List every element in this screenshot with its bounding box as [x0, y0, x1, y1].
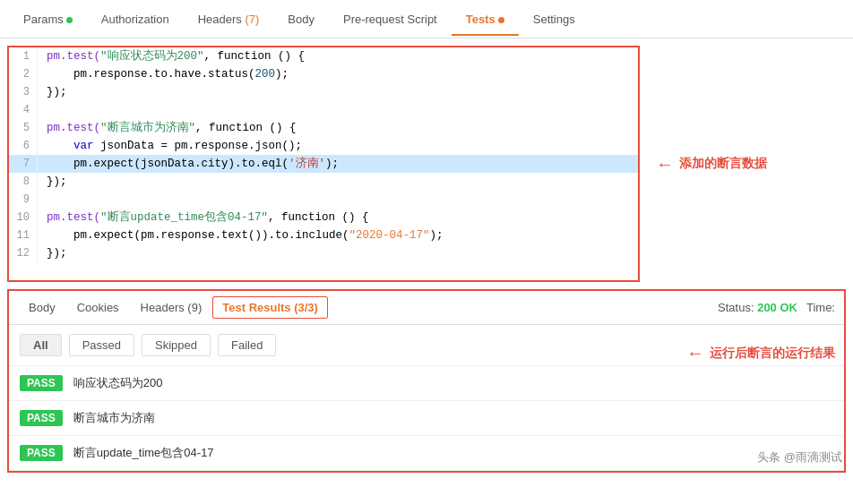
code-line-1: 1pm.test("响应状态码为200", function () { [9, 47, 638, 65]
line-content: pm.test("响应状态码为200", function () { [38, 47, 305, 65]
code-line-5: 5pm.test("断言城市为济南", function () { [9, 119, 638, 137]
resp-tab-test-results[interactable]: Test Results (3/3) [212, 296, 328, 319]
line-number: 12 [9, 244, 38, 262]
arrow-left-icon: ← [656, 154, 674, 175]
line-number: 5 [9, 119, 38, 137]
test-result-row: PASS断言update_time包含04-17 [9, 436, 844, 471]
code-line-7: 7 pm.expect(jsonData.city).to.eql('济南'); [9, 155, 638, 173]
params-dot [66, 17, 73, 23]
line-content [38, 191, 47, 209]
bottom-annotation-text: 运行后断言的运行结果 [710, 346, 835, 362]
tab-body[interactable]: Body [273, 4, 329, 35]
top-annotation: ← 添加的断言数据 [656, 154, 767, 175]
watermark: 头条 @雨滴测试 [757, 449, 842, 466]
filter-skipped[interactable]: Skipped [142, 334, 211, 356]
pass-badge: PASS [20, 410, 63, 426]
pass-badge: PASS [20, 375, 63, 391]
tab-tests[interactable]: Tests [452, 4, 519, 35]
response-area: Body Cookies Headers (9) Test Results (3… [7, 289, 846, 473]
code-line-10: 10pm.test("断言update_time包含04-17", functi… [9, 209, 638, 226]
code-line-12: 12}); [9, 244, 638, 262]
top-tab-bar: Params Authorization Headers (7) Body Pr… [0, 0, 853, 38]
code-line-11: 11 pm.expect(pm.response.text()).to.incl… [9, 226, 638, 244]
bottom-annotation: ← 运行后断言的运行结果 [686, 343, 835, 363]
line-content: pm.test("断言update_time包含04-17", function… [38, 209, 369, 226]
tab-headers[interactable]: Headers (7) [184, 4, 274, 35]
code-line-2: 2 pm.response.to.have.status(200); [9, 65, 638, 83]
filter-all[interactable]: All [20, 334, 62, 356]
bottom-arrow-icon: ← [686, 343, 704, 363]
tests-dot [498, 17, 504, 23]
pass-badge: PASS [20, 445, 63, 461]
line-content: }); [38, 83, 67, 101]
resp-tab-headers[interactable]: Headers (9) [130, 294, 213, 321]
test-result-row: PASS断言城市为济南 [9, 401, 844, 436]
main-content-area: 1pm.test("响应状态码为200", function () {2 pm.… [0, 38, 853, 289]
result-description: 断言update_time包含04-17 [73, 445, 214, 461]
tab-settings[interactable]: Settings [519, 4, 590, 35]
tab-prerequest[interactable]: Pre-request Script [329, 4, 452, 35]
tab-authorization[interactable]: Authorization [87, 4, 184, 35]
line-content: }); [38, 244, 67, 262]
line-content: pm.expect(pm.response.text()).to.include… [38, 226, 444, 244]
resp-tab-cookies[interactable]: Cookies [66, 294, 130, 321]
line-number: 3 [9, 83, 38, 101]
line-number: 8 [9, 173, 38, 191]
top-annotation-text: 添加的断言数据 [679, 156, 767, 172]
result-description: 断言城市为济南 [73, 410, 155, 426]
code-line-3: 3}); [9, 83, 638, 101]
top-annotation-area: ← 添加的断言数据 [647, 38, 853, 289]
test-results-list: PASS响应状态码为200PASS断言城市为济南PASS断言update_tim… [9, 366, 844, 471]
line-content: pm.test("断言城市为济南", function () { [38, 119, 297, 137]
code-editor[interactable]: 1pm.test("响应状态码为200", function () {2 pm.… [7, 46, 640, 282]
line-number: 2 [9, 65, 38, 83]
line-content: }); [38, 173, 67, 191]
code-line-9: 9 [9, 191, 638, 209]
result-description: 响应状态码为200 [73, 375, 163, 391]
code-line-8: 8}); [9, 173, 638, 191]
line-number: 6 [9, 137, 38, 155]
time-label: Time: [806, 301, 835, 314]
response-wrapper: Body Cookies Headers (9) Test Results (3… [0, 289, 853, 473]
code-line-4: 4 [9, 101, 638, 119]
line-number: 11 [9, 226, 38, 244]
response-status-bar: Status: 200 OK Time: [718, 301, 835, 314]
line-content: pm.response.to.have.status(200); [38, 65, 289, 83]
line-number: 7 [9, 155, 38, 173]
code-line-6: 6 var jsonData = pm.response.json(); [9, 137, 638, 155]
line-number: 1 [9, 47, 38, 65]
filter-passed[interactable]: Passed [69, 334, 134, 356]
test-result-row: PASS响应状态码为200 [9, 366, 844, 401]
response-tab-bar: Body Cookies Headers (9) Test Results (3… [9, 291, 844, 325]
line-content: pm.expect(jsonData.city).to.eql('济南'); [38, 155, 339, 173]
tab-params[interactable]: Params [9, 4, 87, 35]
line-content [38, 101, 47, 119]
line-number: 10 [9, 209, 38, 226]
filter-failed[interactable]: Failed [218, 334, 276, 356]
status-value: 200 OK [757, 301, 797, 314]
resp-tab-body[interactable]: Body [18, 294, 66, 321]
line-number: 4 [9, 101, 38, 119]
line-number: 9 [9, 191, 38, 209]
line-content: var jsonData = pm.response.json(); [38, 137, 302, 155]
